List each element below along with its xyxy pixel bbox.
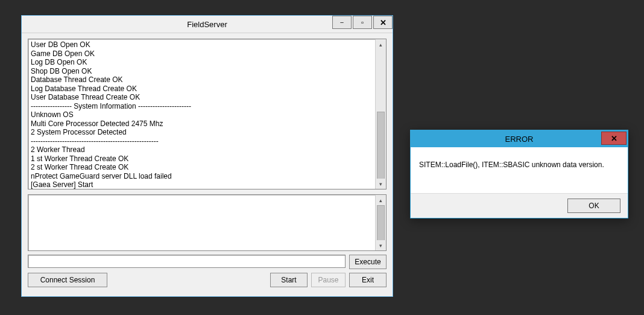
fieldserver-window: FieldServer − ▫ ✕ User DB Open OK Game D… (21, 15, 393, 297)
spacer (107, 273, 267, 287)
log-textarea[interactable]: User DB Open OK Game DB Open OK Log DB O… (28, 39, 387, 189)
scroll-thumb[interactable] (377, 112, 385, 179)
secondary-scrollbar[interactable]: ▴ ▾ (375, 195, 386, 250)
scroll-down-icon[interactable]: ▾ (376, 179, 386, 189)
scroll-up-icon[interactable]: ▴ (376, 39, 386, 49)
command-row: Execute (28, 255, 387, 268)
action-row: Connect Session Start Pause Exit (28, 273, 387, 287)
window-controls: − ▫ ✕ (331, 16, 393, 29)
minimize-icon: − (340, 19, 344, 26)
error-titlebar[interactable]: ERROR ✕ (411, 130, 628, 147)
connect-session-button[interactable]: Connect Session (28, 273, 107, 287)
log-content: User DB Open OK Game DB Open OK Log DB O… (28, 39, 375, 189)
secondary-textarea[interactable]: ▴ ▾ (28, 194, 387, 251)
secondary-content (28, 195, 375, 250)
error-title: ERROR (411, 135, 628, 144)
titlebar[interactable]: FieldServer − ▫ ✕ (22, 16, 393, 33)
ok-button[interactable]: OK (567, 199, 620, 213)
execute-button[interactable]: Execute (349, 255, 387, 269)
start-button[interactable]: Start (270, 273, 308, 287)
error-dialog: ERROR ✕ SITEM::LoadFile(), ITEM::SBASIC … (410, 130, 628, 218)
minimize-button[interactable]: − (332, 16, 352, 29)
maximize-button[interactable]: ▫ (353, 16, 372, 29)
scroll-down-icon[interactable]: ▾ (376, 240, 386, 250)
error-body: SITEM::LoadFile(), ITEM::SBASIC unknown … (411, 147, 628, 194)
close-icon: ✕ (611, 134, 617, 143)
command-input[interactable] (28, 255, 346, 268)
exit-button[interactable]: Exit (349, 273, 387, 287)
scroll-thumb[interactable] (377, 205, 385, 241)
error-close-button[interactable]: ✕ (601, 132, 627, 145)
error-message: SITEM::LoadFile(), ITEM::SBASIC unknown … (419, 161, 604, 169)
error-footer: OK (411, 193, 628, 218)
window-body: User DB Open OK Game DB Open OK Log DB O… (28, 39, 387, 290)
scroll-up-icon[interactable]: ▴ (376, 195, 386, 205)
pause-button: Pause (311, 273, 346, 287)
log-scrollbar[interactable]: ▴ ▾ (375, 39, 386, 189)
close-button[interactable]: ✕ (373, 16, 393, 29)
close-icon: ✕ (380, 19, 387, 27)
maximize-icon: ▫ (361, 19, 364, 26)
